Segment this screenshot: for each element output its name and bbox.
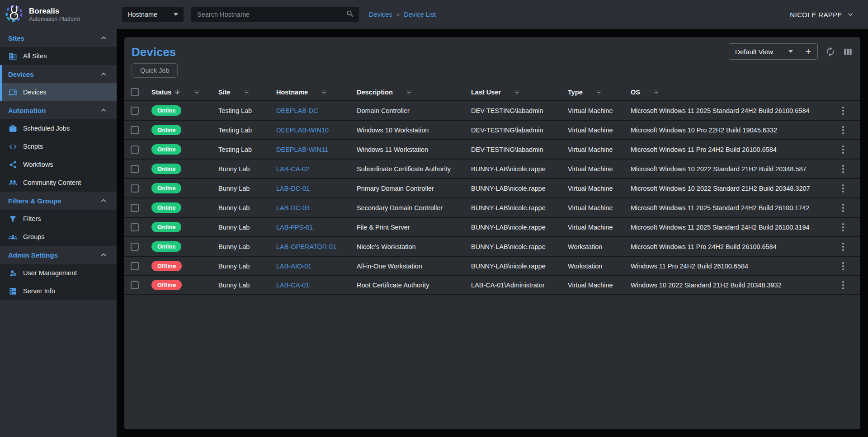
column-label: Description — [357, 89, 393, 96]
column-header-last-user[interactable]: Last User — [471, 89, 568, 96]
sidebar-item-label: Filters — [23, 215, 41, 222]
table-row[interactable]: OfflineBunny LabLAB-CA-01Root Certificat… — [124, 275, 860, 295]
site-cell: Testing Lab — [218, 146, 276, 153]
row-menu-icon[interactable] — [839, 105, 848, 117]
sidebar-section-header-automation[interactable]: Automation — [0, 101, 117, 119]
column-filter-icon[interactable] — [321, 89, 327, 96]
table-row[interactable]: OnlineTesting LabDEEPLAB-WIN10Windows 10… — [124, 120, 860, 139]
column-filter-icon[interactable] — [243, 89, 250, 96]
site-cell: Bunny Lab — [218, 185, 276, 192]
quick-job-button[interactable]: Quick Job — [132, 63, 178, 78]
table-row[interactable]: OnlineBunny LabLAB-OPERATOR-01Nicole's W… — [124, 236, 860, 256]
hostname-link[interactable]: DEEPLAB-DC — [276, 107, 318, 114]
add-view-button[interactable]: + — [799, 44, 817, 59]
sidebar-section-header-devices[interactable]: Devices — [0, 65, 117, 83]
status-badge: Online — [151, 144, 181, 155]
sidebar-item-community-content[interactable]: Community Content — [0, 174, 117, 192]
column-filter-icon[interactable] — [406, 89, 412, 96]
row-checkbox[interactable] — [131, 243, 139, 251]
row-menu-icon[interactable] — [839, 202, 848, 214]
select-all-checkbox[interactable] — [131, 88, 139, 96]
table-row[interactable]: OnlineBunny LabLAB-FPS-01File & Print Se… — [124, 217, 860, 236]
hostname-link[interactable]: DEEPLAB-WIN10 — [276, 127, 329, 134]
row-checkbox[interactable] — [131, 165, 139, 173]
row-menu-icon[interactable] — [839, 124, 848, 136]
sidebar-nav: SitesAll SitesDevicesDevicesAutomationSc… — [0, 29, 117, 437]
row-checkbox[interactable] — [131, 281, 139, 289]
row-menu-icon[interactable] — [839, 221, 848, 233]
table-row[interactable]: OnlineTesting LabDEEPLAB-DCDomain Contro… — [124, 100, 860, 120]
type-cell: Virtual Machine — [568, 146, 631, 153]
sidebar-section-header-filters-groups[interactable]: Filters & Groups — [0, 192, 117, 210]
hostname-link[interactable]: LAB-OPERATOR-01 — [276, 243, 336, 250]
sidebar-item-user-management[interactable]: User Management — [0, 264, 117, 282]
table-row[interactable]: OfflineBunny LabLAB-AIO-01All-in-One Wor… — [124, 256, 860, 275]
description-cell: Primary Domain Controller — [357, 185, 471, 192]
user-name: NICOLE RAPPE — [790, 11, 842, 19]
hostname-link[interactable]: DEEPLAB-WIN11 — [276, 146, 328, 153]
sidebar-item-groups[interactable]: Groups — [0, 228, 117, 246]
row-checkbox[interactable] — [131, 126, 139, 134]
hostname-link[interactable]: LAB-DC-03 — [276, 204, 310, 211]
view-group: Default View + — [729, 43, 818, 60]
user-menu[interactable]: NICOLE RAPPE — [790, 10, 854, 19]
right-column: Hostname Devices > Device List NICOLE RA… — [117, 0, 868, 437]
sidebar-item-filters[interactable]: Filters — [0, 210, 117, 228]
breadcrumb-devices[interactable]: Devices — [369, 11, 392, 18]
row-checkbox[interactable] — [131, 184, 139, 193]
sidebar-item-scheduled-jobs[interactable]: Scheduled Jobs — [0, 119, 117, 137]
column-header-type[interactable]: Type — [568, 89, 631, 96]
sidebar-section-header-admin-settings[interactable]: Admin Settings — [0, 246, 117, 264]
column-header-site[interactable]: Site — [218, 89, 276, 96]
column-filter-icon[interactable] — [193, 89, 200, 96]
table-row[interactable]: OnlineBunny LabLAB-DC-01Primary Domain C… — [124, 178, 860, 197]
column-filter-icon[interactable] — [653, 89, 660, 96]
breadcrumb-device-list[interactable]: Device List — [404, 11, 436, 18]
os-cell: Microsoft Windows 11 2025 Standard 24H2 … — [631, 224, 839, 231]
column-header-hostname[interactable]: Hostname — [276, 89, 357, 96]
column-filter-icon[interactable] — [595, 89, 602, 96]
columns-icon[interactable] — [843, 47, 853, 57]
row-menu-icon[interactable] — [839, 241, 848, 253]
table-row[interactable]: OnlineTesting LabDEEPLAB-WIN11Windows 11… — [124, 139, 860, 159]
description-cell: Domain Controller — [357, 107, 471, 114]
refresh-icon[interactable] — [825, 47, 835, 57]
people-outline-icon — [9, 179, 17, 187]
section-label: Automation — [8, 107, 46, 114]
column-header-status[interactable]: Status — [151, 88, 218, 97]
sidebar-item-workflows[interactable]: Workflows — [0, 155, 117, 174]
last-user-cell: DEV-TESTING\labadmin — [471, 146, 568, 153]
column-header-os[interactable]: OS — [631, 89, 839, 96]
table-row[interactable]: OnlineBunny LabLAB-DC-03Secondary Domain… — [124, 197, 860, 217]
row-checkbox[interactable] — [131, 223, 139, 231]
view-select[interactable]: Default View — [729, 44, 799, 59]
hostname-link[interactable]: LAB-FPS-01 — [276, 224, 313, 231]
column-filter-icon[interactable] — [514, 89, 520, 96]
type-cell: Workstation — [568, 263, 631, 270]
column-header-description[interactable]: Description — [357, 89, 471, 96]
sidebar-item-all-sites[interactable]: All Sites — [0, 47, 117, 65]
row-checkbox[interactable] — [131, 262, 139, 270]
hostname-link[interactable]: LAB-CA-02 — [276, 165, 309, 173]
hostname-link[interactable]: LAB-AIO-01 — [276, 263, 311, 270]
row-checkbox[interactable] — [131, 146, 139, 154]
status-badge: Offline — [151, 261, 182, 271]
sidebar-item-label: Scheduled Jobs — [23, 125, 70, 132]
hostname-link[interactable]: LAB-CA-01 — [276, 282, 309, 289]
row-menu-icon[interactable] — [839, 163, 848, 175]
search-input[interactable] — [196, 10, 346, 19]
row-menu-icon[interactable] — [839, 279, 848, 291]
row-menu-icon[interactable] — [839, 260, 848, 272]
sidebar-item-scripts[interactable]: Scripts — [0, 137, 117, 155]
row-checkbox[interactable] — [131, 204, 139, 212]
row-menu-icon[interactable] — [839, 183, 848, 194]
sidebar-item-server-info[interactable]: Server Info — [0, 282, 117, 300]
row-menu-icon[interactable] — [839, 144, 848, 155]
hostname-link[interactable]: LAB-DC-01 — [276, 185, 310, 192]
search-field-select[interactable]: Hostname — [122, 7, 184, 22]
sidebar-section-header-sites[interactable]: Sites — [0, 29, 117, 47]
filter-icon — [9, 215, 17, 223]
row-checkbox[interactable] — [131, 107, 139, 115]
sidebar-item-devices[interactable]: Devices — [0, 83, 117, 101]
table-row[interactable]: OnlineBunny LabLAB-CA-02Subordinate Cert… — [124, 159, 860, 178]
